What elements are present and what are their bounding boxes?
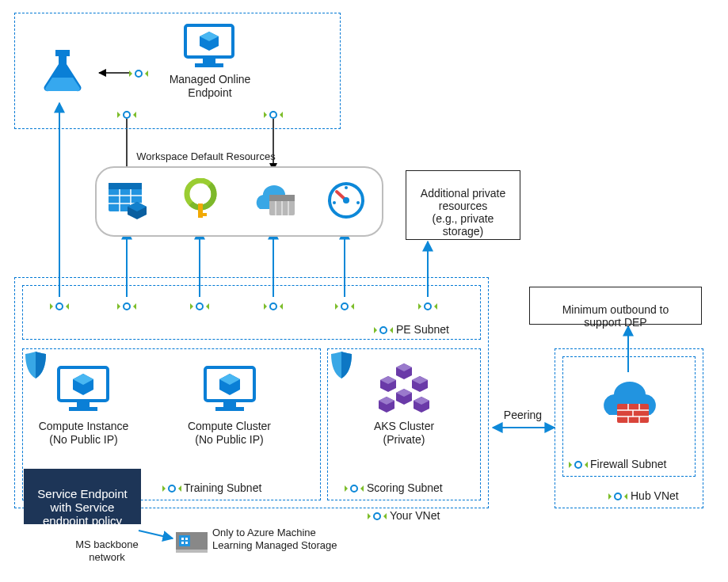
service-endpoint-text: Service Endpoint with Service endpoint p… <box>37 487 127 527</box>
min-outbound-box: Minimum outbound to support DEP <box>529 287 702 325</box>
svg-rect-46 <box>77 402 90 407</box>
pe-icon <box>190 299 209 314</box>
svg-rect-67 <box>181 538 184 540</box>
appinsights-icon <box>326 181 366 220</box>
svg-rect-27 <box>198 213 207 216</box>
storage-icon <box>107 178 151 222</box>
azure-ml-icon <box>40 46 86 92</box>
additional-resources-box: Additional private resources (e.g., priv… <box>406 170 520 240</box>
pe-icon <box>264 108 283 122</box>
pe-icon <box>117 299 136 314</box>
svg-point-17 <box>270 112 276 118</box>
svg-rect-65 <box>176 550 208 553</box>
architecture-diagram: Managed Online Endpoint Workspace Defaul… <box>0 0 728 582</box>
svg-rect-14 <box>195 63 223 67</box>
pe-icon <box>335 299 354 314</box>
managed-endpoint-icon <box>182 22 236 71</box>
svg-rect-69 <box>181 542 184 544</box>
compute-instance-icon <box>55 364 111 415</box>
compute-instance-label: Compute Instance (No Public IP) <box>30 420 137 447</box>
svg-point-16 <box>124 112 130 118</box>
svg-point-35 <box>333 201 336 204</box>
svg-point-42 <box>341 303 348 310</box>
pe-icon <box>368 509 387 523</box>
firewall-subnet-label: Firewall Subnet <box>590 458 693 471</box>
aks-cluster-icon <box>372 360 436 416</box>
svg-point-37 <box>345 186 348 189</box>
managed-storage-icon <box>176 529 208 556</box>
min-outbound-text: Minimum outbound to support DEP <box>562 303 669 329</box>
svg-point-44 <box>380 327 387 333</box>
svg-point-39 <box>124 303 130 310</box>
peering-label: Peering <box>499 409 547 422</box>
ml-storage-note: Only to Azure Machine Learning Managed S… <box>212 527 355 551</box>
compute-cluster-label: Compute Cluster (No Public IP) <box>176 420 283 447</box>
svg-point-63 <box>615 493 621 500</box>
svg-point-15 <box>135 70 142 77</box>
your-vnet-label: Your VNet <box>390 509 469 523</box>
pe-subnet-label: PE Subnet <box>396 323 475 337</box>
ms-backbone-label: MS backbone network <box>63 538 151 563</box>
keyvault-icon <box>181 178 220 222</box>
pe-icon <box>50 299 69 314</box>
container-registry-icon <box>252 181 298 220</box>
additional-resources-text: Additional private resources (e.g., priv… <box>421 187 505 238</box>
workspace-resources-title: Workspace Default Resources <box>127 150 285 163</box>
firewall-icon <box>598 372 661 426</box>
pe-icon <box>374 323 393 337</box>
pe-icon <box>264 299 283 314</box>
service-endpoint-box: Service Endpoint with Service endpoint p… <box>24 469 141 524</box>
svg-point-34 <box>343 197 349 204</box>
pe-icon <box>162 481 181 496</box>
shield-icon <box>24 350 48 380</box>
svg-point-38 <box>56 303 63 310</box>
pe-icon <box>418 299 437 314</box>
pe-icon <box>345 481 364 496</box>
pe-icon <box>117 108 136 122</box>
shield-icon <box>330 350 353 380</box>
training-subnet-label: Training Subnet <box>184 481 287 495</box>
svg-rect-29 <box>269 195 295 201</box>
svg-point-52 <box>351 485 357 492</box>
managed-endpoint-label: Managed Online Endpoint <box>151 73 269 100</box>
svg-point-43 <box>425 303 431 310</box>
svg-rect-70 <box>185 542 188 544</box>
hub-vnet-label: Hub VNet <box>631 489 702 503</box>
svg-rect-68 <box>185 538 188 540</box>
svg-point-40 <box>196 303 203 310</box>
svg-point-62 <box>575 462 581 468</box>
pe-icon <box>129 67 148 81</box>
svg-line-11 <box>139 531 173 538</box>
svg-point-53 <box>374 513 380 519</box>
svg-rect-50 <box>215 407 244 411</box>
svg-rect-13 <box>203 59 215 63</box>
svg-rect-19 <box>109 183 142 189</box>
svg-rect-49 <box>223 402 236 407</box>
svg-rect-66 <box>179 535 190 546</box>
pe-icon <box>569 458 588 472</box>
svg-point-36 <box>356 201 360 204</box>
svg-rect-47 <box>69 407 97 411</box>
pe-icon <box>608 489 627 504</box>
scoring-subnet-label: Scoring Subnet <box>367 481 470 495</box>
aks-cluster-label: AKS Cluster (Private) <box>360 420 448 447</box>
svg-point-41 <box>270 303 276 310</box>
compute-cluster-icon <box>202 364 257 415</box>
svg-point-51 <box>169 485 175 492</box>
